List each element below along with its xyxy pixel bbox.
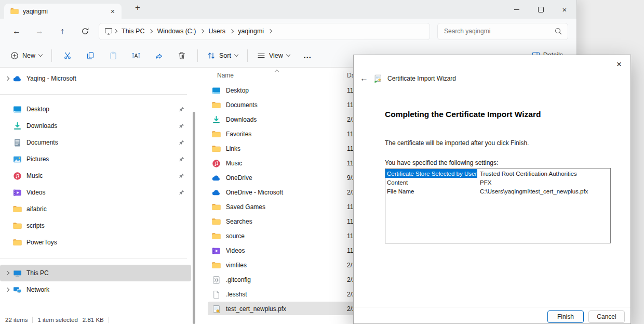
- maximize-button[interactable]: [529, 0, 553, 19]
- toolbar-divider: [51, 49, 52, 62]
- breadcrumb-chevron-icon: [230, 30, 233, 33]
- tab-close-icon[interactable]: ×: [108, 7, 117, 16]
- monitor-icon: [104, 27, 113, 35]
- breadcrumb-chevron-icon: [269, 30, 272, 33]
- settings-table[interactable]: Certificate Store Selected by UserTruste…: [385, 168, 611, 243]
- paste-button[interactable]: [102, 46, 125, 65]
- sidebar-divider: [0, 258, 187, 258]
- dialog-text-line1: The certificate will be imported after y…: [385, 139, 529, 147]
- folder-icon: [212, 203, 221, 212]
- sidebar-item-videos[interactable]: Videos: [0, 184, 191, 201]
- sidebar-item-label: Pictures: [26, 155, 49, 163]
- search-input[interactable]: [443, 27, 554, 35]
- sidebar-item-pictures[interactable]: Pictures: [0, 151, 191, 167]
- cert-icon: [212, 305, 221, 314]
- back-button[interactable]: ←: [5, 22, 28, 41]
- chevron-right-icon[interactable]: [3, 77, 11, 80]
- cloud-icon: [13, 74, 22, 83]
- sidebar-item-music[interactable]: Music: [0, 167, 191, 184]
- cloud-icon: [212, 174, 221, 183]
- videos-icon: [212, 247, 221, 255]
- sort-button[interactable]: Sort: [202, 47, 243, 64]
- gearfile-icon: [212, 276, 221, 284]
- sidebar-item-aifabric[interactable]: aifabric: [0, 201, 191, 217]
- up-button[interactable]: ↑: [51, 22, 74, 41]
- window-controls: ×: [505, 0, 576, 19]
- column-header-name[interactable]: Name: [217, 72, 234, 79]
- folder-icon: [10, 7, 19, 16]
- selection-count: 1 item selected: [37, 317, 77, 323]
- statusbar-divider: [32, 317, 33, 323]
- window-close-button[interactable]: ×: [553, 0, 576, 19]
- chevron-right-icon[interactable]: [3, 288, 11, 291]
- minimize-button[interactable]: [505, 0, 529, 19]
- setting-value: Trusted Root Certification Authorities: [477, 171, 577, 177]
- breadcrumb-item-yaqingmi[interactable]: yaqingmi: [234, 26, 267, 36]
- sidebar-item-desktop[interactable]: Desktop: [0, 101, 191, 118]
- sidebar-item-powertoys[interactable]: PowerToys: [0, 234, 191, 251]
- share-icon: [155, 51, 163, 60]
- file-name: Favorites: [226, 131, 251, 138]
- file-name: Desktop: [226, 87, 249, 94]
- rename-icon: [132, 51, 140, 60]
- chevron-down-icon: [234, 53, 238, 57]
- toolbar-divider: [197, 49, 198, 62]
- breadcrumb-item-this-pc[interactable]: This PC: [118, 26, 148, 36]
- folder-icon: [212, 101, 221, 110]
- sidebar-item-yaqing-microsoft[interactable]: Yaqing - Microsoft: [0, 70, 191, 87]
- sidebar-item-label: Music: [26, 172, 43, 179]
- breadcrumb-item-windows-c[interactable]: Windows (C:): [153, 26, 199, 36]
- cut-icon: [63, 51, 72, 60]
- sidebar-item-label: PowerToys: [26, 239, 57, 246]
- column-divider[interactable]: [343, 71, 343, 81]
- sidebar-item-this-pc[interactable]: This PC: [0, 265, 191, 281]
- search-box[interactable]: [437, 23, 568, 40]
- chevron-down-icon: [38, 53, 43, 57]
- copy-button[interactable]: [79, 46, 102, 65]
- explorer-tab[interactable]: yaqingmi ×: [4, 4, 122, 19]
- settings-row-content[interactable]: ContentPFX: [385, 178, 610, 187]
- setting-value: PFX: [477, 179, 491, 186]
- view-button[interactable]: View: [252, 47, 295, 64]
- sort-ascending-caret-icon[interactable]: [275, 70, 279, 74]
- sidebar-item-label: scripts: [26, 222, 45, 229]
- forward-button[interactable]: →: [28, 22, 51, 41]
- sidebar-item-label: Videos: [26, 189, 45, 196]
- sidebar-item-label: Yaqing - Microsoft: [26, 75, 76, 82]
- sidebar-item-network[interactable]: Network: [0, 281, 191, 298]
- more-options-button[interactable]: …: [295, 51, 320, 60]
- file-name: Videos: [226, 247, 245, 254]
- finish-button[interactable]: Finish: [547, 310, 584, 323]
- settings-row-certificate-store-selected-by-user[interactable]: Certificate Store Selected by UserTruste…: [385, 169, 610, 178]
- chevron-right-icon[interactable]: [3, 271, 11, 275]
- delete-button[interactable]: [170, 46, 193, 65]
- pin-icon: [179, 156, 185, 162]
- dialog-close-icon[interactable]: ×: [613, 58, 625, 71]
- sidebar-item-downloads[interactable]: Downloads: [0, 118, 191, 134]
- breadcrumb-item-users[interactable]: Users: [205, 26, 229, 36]
- new-button[interactable]: New: [5, 47, 47, 64]
- dialog-header-title: Certificate Import Wizard: [387, 75, 456, 82]
- sidebar-scrollbar[interactable]: [193, 112, 195, 324]
- file-name: Saved Games: [226, 203, 265, 211]
- cut-button[interactable]: [56, 46, 79, 65]
- dialog-heading: Completing the Certificate Import Wizard: [385, 110, 541, 119]
- sidebar-item-scripts[interactable]: scripts: [0, 217, 191, 234]
- sidebar-item-label: aifabric: [26, 205, 47, 213]
- file-name: Searches: [226, 218, 252, 225]
- rename-button[interactable]: [125, 46, 147, 65]
- cancel-button[interactable]: Cancel: [588, 310, 625, 323]
- pin-icon: [179, 123, 185, 129]
- dialog-divider: [354, 307, 630, 307]
- settings-row-file-name[interactable]: File NameC:\Users\yaqingmi\test_cert_new…: [385, 187, 610, 196]
- refresh-button[interactable]: [74, 22, 97, 41]
- share-button[interactable]: [147, 46, 170, 65]
- folder-icon: [212, 232, 221, 241]
- dialog-back-icon[interactable]: ←: [360, 74, 368, 83]
- breadcrumb-chevron-icon: [149, 30, 152, 33]
- tab-title: yaqingmi: [23, 8, 104, 15]
- address-bar[interactable]: This PCWindows (C:)Usersyaqingmi: [99, 23, 430, 40]
- sidebar-item-documents[interactable]: Documents: [0, 134, 191, 151]
- navigation-bar: ← → ↑ This PCWindows (C:)Usersyaqingmi: [0, 19, 576, 44]
- new-tab-button[interactable]: +: [131, 3, 144, 13]
